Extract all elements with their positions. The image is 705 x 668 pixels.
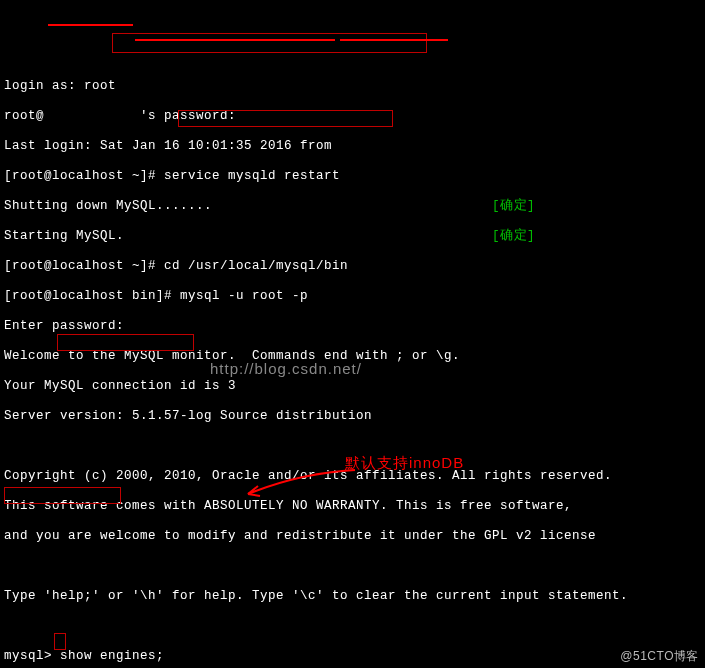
enter-password: Enter password: <box>4 319 701 334</box>
conn-id: Your MySQL connection id is 3 <box>4 379 701 394</box>
redaction-strike <box>340 39 448 41</box>
ok-badge: [确定] <box>492 229 535 243</box>
highlight-box <box>112 33 427 53</box>
mysql-cmd: mysql> show engines; <box>4 649 701 664</box>
cmd-cd: [root@localhost ~]# cd /usr/local/mysql/… <box>4 259 701 274</box>
cmd-service-restart: [root@localhost ~]# service mysqld resta… <box>4 169 701 184</box>
server-version: Server version: 5.1.57-log Source distri… <box>4 409 701 424</box>
warranty2: and you are welcome to modify and redist… <box>4 529 701 544</box>
help-line: Type 'help;' or '\h' for help. Type '\c'… <box>4 589 701 604</box>
warranty: This software comes with ABSOLUTELY NO W… <box>4 499 701 514</box>
ok-badge: [确定] <box>492 199 535 213</box>
starting-line: Starting MySQL. [确定] <box>4 229 701 244</box>
redaction-strike <box>48 24 133 26</box>
shutdown-line: Shutting down MySQL....... [确定] <box>4 199 701 214</box>
terminal-output: login as: root root@ 's password: Last l… <box>4 64 701 668</box>
last-login: Last login: Sat Jan 16 10:01:35 2016 fro… <box>4 139 701 154</box>
copyright: Copyright (c) 2000, 2010, Oracle and/or … <box>4 469 701 484</box>
redaction-strike <box>135 39 335 41</box>
welcome: Welcome to the MySQL monitor. Commands e… <box>4 349 701 364</box>
cmd-mysql: [root@localhost bin]# mysql -u root -p <box>4 289 701 304</box>
login-prompt: login as: root <box>4 79 701 94</box>
password-prompt: root@ 's password: <box>4 109 701 124</box>
